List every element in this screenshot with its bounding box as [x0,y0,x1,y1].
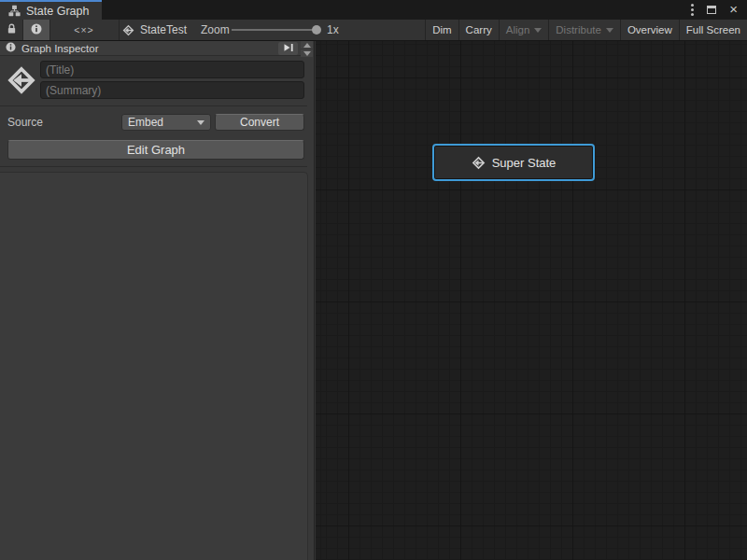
dim-button[interactable]: Dim [425,20,458,40]
code-view-button[interactable]: <×> [50,20,118,40]
distribute-button[interactable]: Distribute [548,20,620,40]
overview-button-label: Overview [627,24,672,35]
inspector-empty-body [0,172,308,560]
carry-button[interactable]: Carry [458,20,499,40]
zoom-value: 1x [327,20,339,40]
full-screen-button-label: Full Screen [686,24,740,35]
tab-state-graph[interactable]: State Graph [0,0,102,20]
toolbar-right-buttons: Dim Carry Align Distribute Overview Full… [425,20,747,40]
inspector-title: Graph Inspector [21,43,98,54]
state-machine-icon [472,156,486,170]
divider [0,166,307,167]
panel-scroll-spinners [301,41,313,57]
scroll-down-button[interactable] [301,49,313,57]
info-icon [6,42,16,54]
chevron-down-icon [534,28,542,33]
convert-button-label: Convert [240,116,279,129]
edit-graph-button[interactable]: Edit Graph [7,140,304,160]
super-state-node[interactable]: Super State [432,144,595,181]
code-icon: <×> [74,24,93,35]
summary-field[interactable] [40,81,304,99]
info-icon [31,23,42,37]
dim-button-label: Dim [432,24,451,35]
graph-inspector-panel: Graph Inspector [0,41,315,560]
align-button[interactable]: Align [499,20,549,40]
lock-button[interactable] [0,20,22,40]
graph-inspector-header: Graph Inspector [0,41,301,56]
title-field[interactable] [40,61,304,78]
node-label: Super State [492,156,557,170]
state-graph-window: State Graph × [0,0,747,560]
full-screen-button[interactable]: Full Screen [679,20,747,40]
state-machine-icon-large [7,63,38,97]
zoom-slider-track[interactable] [232,29,319,31]
close-icon[interactable]: × [729,2,738,16]
edit-graph-button-label: Edit Graph [127,143,185,157]
arrow-up-icon [303,43,311,48]
chevron-down-icon [197,120,204,125]
zoom-slider[interactable] [232,20,319,40]
maximize-icon[interactable] [707,6,716,14]
graph-breadcrumb[interactable]: StateTest [122,20,187,40]
source-dropdown-value: Embed [128,116,163,129]
chevron-down-icon [606,28,613,33]
zoom-slider-handle[interactable] [312,25,321,35]
hierarchy-icon [8,5,21,17]
window-controls: × [682,0,747,20]
tab-label: State Graph [26,5,89,18]
convert-button[interactable]: Convert [215,114,304,131]
carry-button-label: Carry [466,24,492,35]
zoom-label: Zoom [201,20,230,40]
source-label: Source [7,114,43,131]
divider [0,105,307,106]
align-button-label: Align [506,24,530,35]
source-dropdown[interactable]: Embed [121,114,211,131]
distribute-button-label: Distribute [556,24,601,35]
menu-icon[interactable] [691,8,694,11]
graph-toolbar: <×> StateTest Zoom 1x Dim Carry [0,20,747,41]
state-machine-icon [122,24,134,36]
graph-name: StateTest [140,23,187,36]
scroll-up-button[interactable] [301,41,313,49]
dock-panel-button[interactable] [278,42,298,55]
overview-button[interactable]: Overview [620,20,679,40]
arrow-down-icon [303,51,311,56]
play-to-bar-icon [283,42,294,55]
graph-canvas[interactable]: Super State [316,41,747,560]
tab-bar: State Graph × [0,0,747,20]
lock-icon [7,23,17,37]
inspector-toggle-button[interactable] [23,20,49,40]
